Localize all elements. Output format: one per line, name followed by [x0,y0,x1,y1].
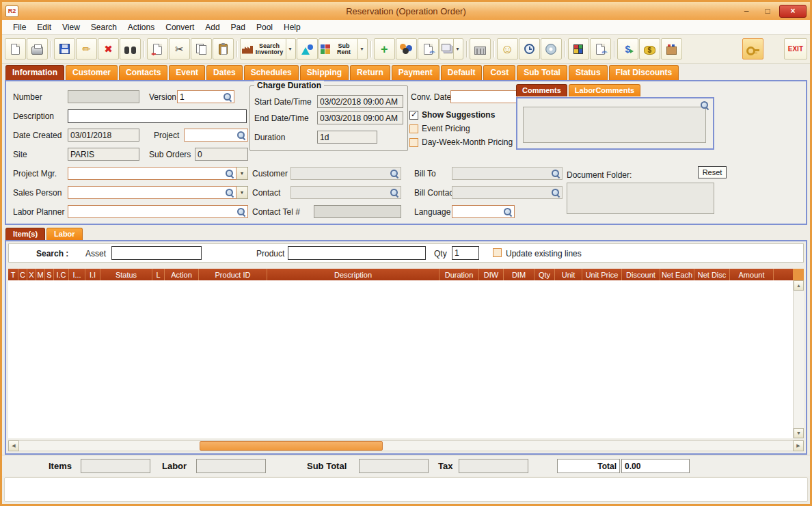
customer-service-button[interactable]: ☺ [497,38,518,59]
warehouse-button[interactable] [470,38,491,59]
end-datetime-input[interactable]: 03/03/2018 09:00 AM [317,111,403,124]
column-header[interactable]: Unit Price [582,269,622,280]
column-header[interactable]: Discount [622,269,660,280]
bill-to-input[interactable] [452,167,563,180]
language-input[interactable] [452,205,515,218]
column-header[interactable]: C [18,269,27,280]
column-header[interactable]: I... [69,269,85,280]
scroll-right-button[interactable]: ▶ [793,440,804,451]
currency-exchange-button[interactable]: $ [617,38,638,59]
contact-input[interactable] [290,186,401,199]
column-header[interactable]: I.C [54,269,69,280]
column-header[interactable]: Amount [730,269,774,280]
scroll-up-button[interactable]: ▲ [794,280,804,291]
tab-items[interactable]: Item(s) [5,228,45,240]
assets-button[interactable] [297,38,318,59]
column-header[interactable]: X [27,269,36,280]
configurator-button[interactable] [568,38,589,59]
tab-flat-discounts[interactable]: Flat Discounts [609,65,679,80]
column-header[interactable]: Net Each [660,269,694,280]
edit-note-button[interactable]: ✏ [590,38,611,59]
menu-add[interactable]: Add [200,21,225,34]
update-existing-checkbox[interactable] [493,248,502,257]
event-pricing-checkbox[interactable] [409,124,418,133]
start-datetime-input[interactable]: 03/02/2018 09:00 AM [317,95,403,108]
reset-button[interactable]: Reset [698,166,727,178]
grid-body[interactable] [8,280,793,438]
comments-search-icon[interactable] [700,101,709,109]
save-button[interactable] [54,38,75,59]
customer-input[interactable] [290,167,401,180]
language-search-icon[interactable] [503,207,512,216]
project-input[interactable] [184,129,248,142]
project-mgr-dropdown-icon[interactable]: ▼ [236,167,248,180]
sales-person-search-icon[interactable] [225,188,234,197]
version-search-icon[interactable] [223,92,232,101]
labor-planner-input[interactable] [68,205,248,218]
tab-information[interactable]: Information [5,65,64,80]
column-header[interactable]: DIW [479,269,504,280]
column-header[interactable]: Product ID [199,269,267,280]
tab-status[interactable]: Status [569,65,608,80]
sub-rent-dropdown-icon[interactable]: ▼ [357,39,366,59]
minimize-button[interactable]: – [737,5,756,17]
sub-total-input[interactable] [359,459,429,473]
unlock-button[interactable] [742,38,763,59]
tab-labor[interactable]: Labor [46,228,83,240]
contact-tel-input[interactable] [314,205,401,218]
search-inventory-button[interactable]: Search Inventory ▼ [240,38,296,59]
column-header[interactable]: Net Disc [694,269,730,280]
column-header[interactable]: Action [165,269,199,280]
batch-pages-button[interactable]: ▼ [439,38,463,59]
document-folder-box[interactable] [567,183,714,214]
tax-input[interactable] [459,459,528,473]
asset-input[interactable] [111,246,202,260]
project-mgr-combobox[interactable]: ▼ [68,167,248,180]
day-week-month-pricing-checkbox[interactable] [409,138,418,147]
tab-shipping[interactable]: Shipping [300,65,349,80]
new-document-button[interactable] [5,38,26,59]
tab-dates[interactable]: Dates [206,65,243,80]
sales-person-dropdown-icon[interactable]: ▼ [236,186,248,199]
tab-default[interactable]: Default [441,65,483,80]
project-mgr-input[interactable] [68,167,236,180]
column-header[interactable]: Duration [439,269,479,280]
conv-date-input[interactable] [450,90,517,103]
sales-person-combobox[interactable]: ▼ [68,186,248,199]
column-header[interactable]: Description [267,269,439,280]
refresh-document-button[interactable] [147,38,168,59]
sales-person-input[interactable] [68,186,236,199]
menu-pool[interactable]: Pool [251,21,278,34]
show-suggestions-checkbox[interactable]: ✓ [409,111,418,120]
vertical-scroll-track[interactable] [794,291,804,428]
column-header[interactable]: I.I [85,269,100,280]
bill-contact-search-icon[interactable] [551,188,560,197]
maximize-button[interactable]: □ [758,5,777,17]
bill-contact-input[interactable] [452,186,563,199]
column-header[interactable]: M [36,269,45,280]
sub-rent-button[interactable]: Sub Rent ▼ [319,38,368,59]
date-created-input[interactable]: 03/01/2018 [68,129,139,142]
package-button[interactable] [661,38,682,59]
total-input[interactable]: 0.00 [621,459,690,473]
bill-to-search-icon[interactable] [551,169,560,178]
menu-file[interactable]: File [8,21,31,34]
number-input[interactable] [68,90,139,103]
column-header[interactable]: Qty [534,269,555,280]
menu-pad[interactable]: Pad [226,21,251,34]
version-input[interactable]: 1 [177,90,234,103]
vertical-scrollbar[interactable]: ▲ ▼ [793,280,804,438]
tab-schedules[interactable]: Schedules [244,65,299,80]
column-header[interactable]: T [8,269,18,280]
pool-button[interactable] [396,38,417,59]
column-header[interactable]: DIM [504,269,534,280]
labor-total-input[interactable] [196,459,266,473]
history-button[interactable] [519,38,540,59]
media-button[interactable] [541,38,562,59]
description-input[interactable] [68,109,247,123]
tab-cost[interactable]: Cost [483,65,515,80]
comments-textarea[interactable] [523,107,706,143]
column-header[interactable]: Unit [555,269,582,280]
exit-button[interactable]: EXIT [784,38,807,59]
tab-event[interactable]: Event [169,65,205,80]
